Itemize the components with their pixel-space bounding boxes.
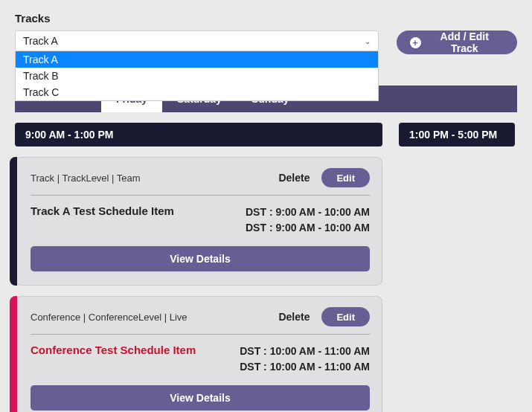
card-time-line: DST : 9:00 AM - 10:00 AM <box>246 220 370 236</box>
tracks-option-c[interactable]: Track C <box>16 84 378 100</box>
card-title: Track A Test Schedule Item <box>31 205 174 217</box>
card-times: DST : 10:00 AM - 11:00 AM DST : 10:00 AM… <box>240 344 370 375</box>
tracks-select[interactable]: Track A ⌄ <box>15 30 379 51</box>
card-meta: Conference | ConferenceLevel | Live <box>31 312 188 323</box>
card-time-line: DST : 10:00 AM - 11:00 AM <box>240 359 370 375</box>
card-accent <box>10 296 17 412</box>
plus-circle-icon: + <box>410 37 421 48</box>
timeslot-header-afternoon: 1:00 PM - 5:00 PM <box>399 123 515 147</box>
chevron-down-icon: ⌄ <box>365 37 371 45</box>
view-details-button[interactable]: View Details <box>31 246 370 271</box>
tracks-option-b[interactable]: Track B <box>16 68 378 84</box>
card-meta: Track | TrackLevel | Team <box>31 173 141 184</box>
schedule-card: Track | TrackLevel | Team Delete Edit Tr… <box>15 157 382 286</box>
card-time-line: DST : 10:00 AM - 11:00 AM <box>240 344 370 359</box>
tracks-option-a[interactable]: Track A <box>16 51 378 68</box>
card-title: Conference Test Schedule Item <box>31 344 196 356</box>
timeslot-header-morning: 9:00 AM - 1:00 PM <box>15 123 382 147</box>
tracks-select-value: Track A <box>23 35 58 47</box>
card-accent <box>10 157 17 286</box>
add-edit-track-button[interactable]: + Add / Edit Track <box>397 30 517 54</box>
edit-button[interactable]: Edit <box>321 168 370 187</box>
delete-button[interactable]: Delete <box>278 172 310 184</box>
edit-button[interactable]: Edit <box>321 307 370 326</box>
tracks-select-wrap: Track A ⌄ Track A Track B Track C <box>15 30 379 51</box>
tracks-dropdown: Track A Track B Track C <box>15 51 379 101</box>
card-times: DST : 9:00 AM - 10:00 AM DST : 9:00 AM -… <box>246 205 370 236</box>
view-details-button[interactable]: View Details <box>31 385 370 411</box>
add-edit-track-label: Add / Edit Track <box>426 30 504 54</box>
schedule-card: Conference | ConferenceLevel | Live Dele… <box>15 296 382 412</box>
card-time-line: DST : 9:00 AM - 10:00 AM <box>246 205 370 220</box>
tracks-label: Tracks <box>15 12 517 25</box>
delete-button[interactable]: Delete <box>278 311 310 323</box>
